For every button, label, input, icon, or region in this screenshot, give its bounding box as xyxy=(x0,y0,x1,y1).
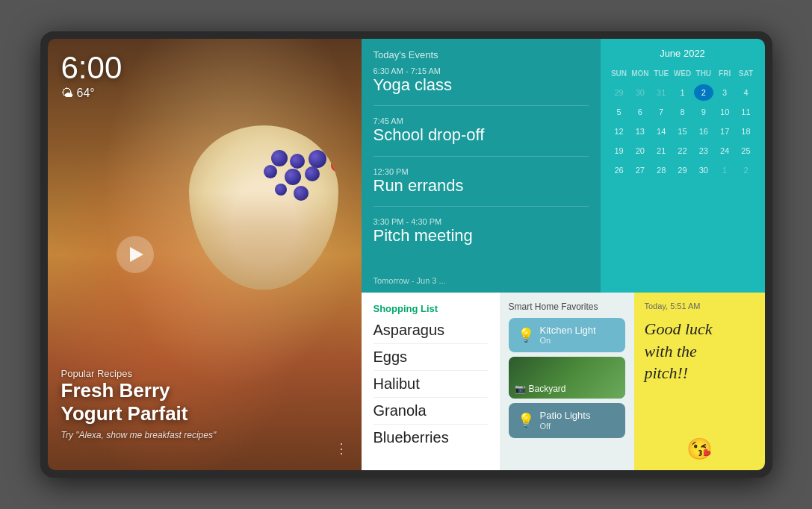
cal-date[interactable]: 25 xyxy=(736,143,755,159)
light-bulb-off-icon: 💡 xyxy=(518,412,534,428)
right-panel: Today's Events 6:30 AM - 7:15 AM Yoga cl… xyxy=(362,39,765,470)
device-frame: 6:00 🌤 64° Popular Recipes Fresh BerryYo… xyxy=(40,31,772,478)
smarthome-panel: Smart Home Favorites 💡 Kitchen Light On … xyxy=(500,293,634,470)
cal-date[interactable]: 20 xyxy=(630,143,650,159)
cal-date[interactable]: 10 xyxy=(715,104,734,120)
note-timestamp: Today, 5:51 AM xyxy=(645,302,754,310)
cal-date-today[interactable]: 2 xyxy=(694,84,713,101)
more-options-icon[interactable]: ⋮ xyxy=(335,440,348,457)
cal-date[interactable]: 1 xyxy=(672,84,692,101)
left-panel: 6:00 🌤 64° Popular Recipes Fresh BerryYo… xyxy=(48,39,362,470)
cal-date[interactable]: 24 xyxy=(715,143,734,159)
cal-date[interactable]: 14 xyxy=(651,123,671,140)
smart-home-backyard[interactable]: 📷 Backyard xyxy=(509,357,625,399)
event-time: 3:30 PM - 4:30 PM xyxy=(374,217,589,226)
smarthome-header: Smart Home Favorites xyxy=(509,302,625,312)
cal-date[interactable]: 28 xyxy=(651,162,671,178)
shopping-item[interactable]: Asparagus xyxy=(374,322,488,344)
cal-date[interactable]: 22 xyxy=(672,143,692,159)
cal-date[interactable]: 7 xyxy=(651,104,671,120)
event-time: 7:45 AM xyxy=(374,116,589,125)
cal-date[interactable]: 18 xyxy=(736,123,755,140)
recipe-hint: Try "Alexa, show me breakfast recipes" xyxy=(61,430,217,440)
cal-date[interactable]: 1 xyxy=(715,162,734,178)
shopping-item[interactable]: Blueberries xyxy=(374,429,488,451)
cal-date[interactable]: 13 xyxy=(630,123,650,140)
clock: 6:00 xyxy=(61,52,123,84)
weather-icon: 🌤 xyxy=(61,87,73,100)
shopping-item[interactable]: Eggs xyxy=(374,349,488,371)
shopping-header: Shopping List xyxy=(374,303,488,314)
calendar-header: June 2022 xyxy=(610,48,756,59)
bottom-section: Shopping List Asparagus Eggs Halibut Gra… xyxy=(362,293,765,470)
cal-day-mon: MON xyxy=(630,65,650,81)
cal-date[interactable]: 11 xyxy=(736,104,755,120)
event-name: Pitch meeting xyxy=(374,226,589,246)
sh-device-info: Patio Lights Off xyxy=(540,410,591,430)
shopping-item[interactable]: Granola xyxy=(374,402,488,425)
cal-day-wed: WED xyxy=(672,65,692,81)
event-item[interactable]: 7:45 AM School drop-off xyxy=(374,116,589,145)
cal-date[interactable]: 9 xyxy=(694,104,713,120)
cal-date[interactable]: 30 xyxy=(630,84,650,101)
event-item[interactable]: 6:30 AM - 7:15 AM Yoga class xyxy=(374,66,589,95)
event-item[interactable]: 3:30 PM - 4:30 PM Pitch meeting xyxy=(374,217,589,246)
divider xyxy=(374,105,589,106)
cal-date[interactable]: 8 xyxy=(672,104,692,120)
granola-overlay xyxy=(189,191,338,290)
cal-date[interactable]: 3 xyxy=(715,84,734,101)
raspberry xyxy=(331,157,338,172)
berry-6 xyxy=(305,166,320,181)
shopping-item[interactable]: Halibut xyxy=(374,375,488,398)
note-text: Good luckwith thepitch!! xyxy=(645,318,754,432)
cal-date[interactable]: 17 xyxy=(715,123,734,140)
smart-home-patio-lights[interactable]: 💡 Patio Lights Off xyxy=(509,403,625,437)
cal-date[interactable]: 4 xyxy=(736,84,755,101)
cal-date[interactable]: 21 xyxy=(651,143,671,159)
food-bowl xyxy=(189,125,338,290)
cal-date[interactable]: 2 xyxy=(736,162,755,178)
cal-date[interactable]: 15 xyxy=(672,123,692,140)
cal-date[interactable]: 23 xyxy=(694,143,713,159)
recipe-category: Popular Recipes xyxy=(61,368,217,379)
smart-home-kitchen-light[interactable]: 💡 Kitchen Light On xyxy=(509,318,625,352)
cal-date[interactable]: 5 xyxy=(610,104,629,120)
divider xyxy=(374,156,589,157)
cal-week-5: 26 27 28 29 30 1 2 xyxy=(610,162,756,178)
play-button[interactable] xyxy=(117,236,154,273)
cal-date[interactable]: 19 xyxy=(610,143,629,159)
cal-date[interactable]: 29 xyxy=(672,162,692,178)
calendar-days-header: SUN MON TUE WED THU FRI SAT xyxy=(610,65,756,81)
divider xyxy=(374,206,589,207)
cal-date[interactable]: 31 xyxy=(651,84,671,101)
event-time: 6:30 AM - 7:15 AM xyxy=(374,66,589,75)
sh-device-name: Kitchen Light xyxy=(540,325,596,336)
top-section: Today's Events 6:30 AM - 7:15 AM Yoga cl… xyxy=(362,39,765,293)
event-name: School drop-off xyxy=(374,125,589,145)
sticky-note-panel: Today, 5:51 AM Good luckwith thepitch!! … xyxy=(634,293,765,470)
berry-5 xyxy=(285,169,301,185)
cal-day-sun: SUN xyxy=(610,65,629,81)
cal-week-2: 5 6 7 8 9 10 11 xyxy=(610,104,756,120)
cal-date[interactable]: 30 xyxy=(694,162,713,178)
cal-date[interactable]: 6 xyxy=(630,104,650,120)
calendar-panel: June 2022 SUN MON TUE WED THU FRI SAT xyxy=(601,39,765,293)
event-name: Yoga class xyxy=(374,75,589,95)
tomorrow-label: Tomorrow - Jun 3 ... xyxy=(374,276,446,285)
events-panel: Today's Events 6:30 AM - 7:15 AM Yoga cl… xyxy=(362,39,601,293)
camera-label-overlay: 📷 Backyard xyxy=(515,384,566,394)
cal-date[interactable]: 12 xyxy=(610,123,629,140)
event-time: 12:30 PM xyxy=(374,167,589,176)
cal-date[interactable]: 27 xyxy=(630,162,650,178)
cal-date[interactable]: 26 xyxy=(610,162,629,178)
event-item[interactable]: 12:30 PM Run errands xyxy=(374,167,589,196)
shopping-panel: Shopping List Asparagus Eggs Halibut Gra… xyxy=(362,293,500,470)
camera-icon: 📷 xyxy=(515,384,526,394)
temperature: 64° xyxy=(77,87,95,100)
camera-preview: 📷 Backyard xyxy=(509,357,625,399)
cal-date[interactable]: 16 xyxy=(694,123,713,140)
time-display: 6:00 🌤 64° xyxy=(61,52,123,100)
sh-device-name: Patio Lights xyxy=(540,410,591,421)
cal-date[interactable]: 29 xyxy=(610,84,629,101)
cal-week-3: 12 13 14 15 16 17 18 xyxy=(610,123,756,140)
